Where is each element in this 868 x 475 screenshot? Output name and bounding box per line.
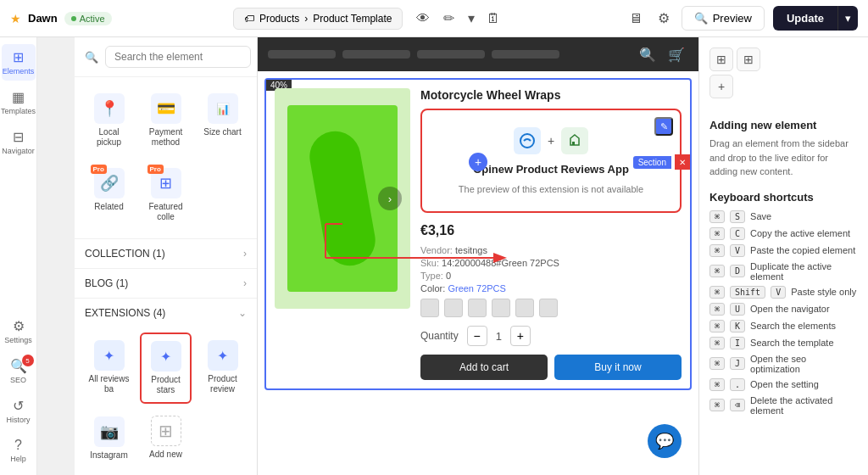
featured-colle-icon: Pro ⊞	[151, 168, 181, 198]
quantity-row: Quantity − 1 +	[420, 326, 682, 346]
swatch-4[interactable]	[492, 299, 510, 317]
blog-section: BLOG (1) ›	[75, 268, 257, 298]
main: ⊞ Elements ▦ Templates ⊟ Navigator ⚙ Set…	[0, 37, 868, 475]
search-small-icon: 🔍	[694, 12, 708, 25]
color-label: Color: Green 72PCS	[420, 283, 682, 293]
quantity-decrease-btn[interactable]: −	[467, 326, 487, 346]
panel-desc: Drag an element from the sidebar and dro…	[709, 137, 858, 179]
cta-buttons: Add to cart Buy it now	[420, 355, 682, 380]
extensions-header[interactable]: EXTENSIONS (4) ⌄	[75, 299, 257, 327]
ext-product-review[interactable]: ✦ Product review	[197, 332, 248, 404]
desktop-icon-btn[interactable]: 🖥	[626, 8, 646, 30]
dropdown-btn[interactable]: ▾	[465, 7, 478, 30]
tag-icon: 🏷	[244, 13, 254, 25]
panel-icon-1[interactable]: ⊞	[709, 48, 733, 71]
topbar-icons: 👁 ✏ ▾	[413, 7, 478, 30]
swatch-6[interactable]	[539, 299, 558, 317]
nav-help[interactable]: ? Help	[2, 433, 36, 468]
product-details: Motorcycle Wheel Wraps ✎ +	[420, 88, 682, 380]
topbar-right: 🖥 ⚙ 🔍 Preview Update ▾	[626, 6, 858, 31]
eye-icon-btn[interactable]: 👁	[413, 8, 433, 30]
extensions-section: EXTENSIONS (4) ⌄ ✦ All reviews ba ✦ Prod…	[75, 298, 257, 475]
seo-badge: 5	[22, 355, 34, 366]
carousel-next-btn[interactable]: ›	[378, 187, 402, 210]
canvas-header-icons: 🔍 🛒	[636, 43, 688, 66]
section-indicator: Section ✕	[633, 154, 690, 170]
shortcut-search-elements: ⌘ K Search the elements	[709, 320, 858, 332]
site-name: Dawn	[28, 12, 58, 25]
nav-pill-3[interactable]	[417, 50, 485, 59]
swatch-3[interactable]	[468, 299, 487, 317]
settings-sliders-icon-btn[interactable]: ⚙	[654, 7, 673, 30]
payment-method-icon: 💳	[151, 93, 181, 124]
search-input[interactable]	[105, 46, 251, 68]
nav-history[interactable]: ↺ History	[2, 393, 36, 429]
breadcrumb[interactable]: 🏷 Products › Product Template	[233, 8, 403, 30]
product-layout: › Motorcycle Wheel Wraps ✎ +	[275, 88, 682, 380]
element-featured-colle[interactable]: Pro ⊞ Featured colle	[140, 160, 192, 230]
product-title: Motorcycle Wheel Wraps	[420, 88, 682, 102]
preview-button[interactable]: 🔍 Preview	[682, 6, 765, 31]
color-swatches	[420, 299, 682, 317]
chat-bubble[interactable]: 💬	[648, 424, 682, 458]
active-dot	[71, 16, 76, 21]
canvas-cart-btn[interactable]: 🛒	[665, 43, 688, 66]
element-related[interactable]: Pro 🔗 Related	[83, 160, 135, 230]
add-new-extension[interactable]: ⊞ Add new	[140, 409, 192, 468]
extension-title: Opinew Product Reviews App	[473, 163, 629, 176]
extensions-chevron-icon: ⌄	[238, 307, 247, 319]
svg-point-0	[520, 134, 534, 148]
calendar-icon-btn[interactable]: 🗓	[483, 8, 504, 30]
element-size-chart[interactable]: 📊 Size chart	[197, 86, 248, 155]
opinew-icon	[514, 127, 541, 154]
shopify-icon	[561, 127, 588, 154]
chevron-right-icon: ›	[243, 248, 247, 260]
nav-settings[interactable]: ⚙ Settings	[2, 313, 36, 349]
shortcut-delete: ⌘ ⌫ Delete the activated element	[709, 395, 858, 416]
panel-icon-3[interactable]: +	[709, 75, 733, 98]
nav-templates[interactable]: ▦ Templates	[2, 84, 36, 120]
swatch-1[interactable]	[420, 299, 439, 317]
nav-pill-2[interactable]	[342, 50, 410, 59]
nav-pill-4[interactable]	[492, 50, 559, 59]
settings-icon: ⚙	[13, 318, 25, 334]
collection-header[interactable]: COLLECTION (1) ›	[75, 239, 257, 268]
element-payment-method[interactable]: 💳 Payment method	[140, 86, 192, 155]
nav-elements[interactable]: ⊞ Elements	[2, 44, 36, 81]
canvas-search-btn[interactable]: 🔍	[636, 43, 659, 66]
section-delete-icon[interactable]: ✕	[675, 154, 690, 170]
all-reviews-icon: ✦	[94, 340, 125, 371]
panel-icon-2[interactable]: ⊞	[737, 48, 760, 71]
ext-icons-row: +	[514, 127, 588, 154]
extension-edit-btn[interactable]: ✎	[654, 117, 673, 136]
ext-all-reviews[interactable]: ✦ All reviews ba	[83, 332, 135, 404]
add-new-icon: ⊞	[151, 416, 181, 446]
topbar: ★ Dawn Active 🏷 Products › Product Templ…	[0, 0, 868, 37]
ext-instagram[interactable]: 📷 Instagram	[83, 409, 135, 468]
product-review-icon: ✦	[208, 340, 238, 371]
star-icon: ★	[10, 12, 21, 25]
update-dropdown-btn[interactable]: ▾	[837, 6, 858, 31]
templates-icon: ▦	[12, 89, 25, 105]
blog-header[interactable]: BLOG (1) ›	[75, 269, 257, 298]
nav-pill-1[interactable]	[268, 50, 336, 59]
quantity-increase-btn[interactable]: +	[510, 326, 531, 346]
ext-product-stars[interactable]: ✦ Product stars	[140, 332, 192, 404]
buy-now-btn[interactable]: Buy it now	[554, 355, 682, 380]
shortcut-save: ⌘ S Save	[709, 210, 858, 223]
edit-icon-btn[interactable]: ✏	[440, 7, 458, 30]
swatch-2[interactable]	[444, 299, 463, 317]
shortcuts-list: ⌘ S Save ⌘ C Copy the active element ⌘ V…	[709, 210, 858, 420]
swatch-5[interactable]	[515, 299, 534, 317]
shortcut-navigator: ⌘ U Open the navigator	[709, 303, 858, 316]
element-local-pickup[interactable]: 📍 Local pickup	[83, 86, 135, 155]
nav-seo[interactable]: 🔍 SEO 5	[2, 353, 36, 389]
nav-navigator[interactable]: ⊟ Navigator	[2, 124, 36, 160]
product-stars-icon: ✦	[151, 341, 181, 372]
add-section-button[interactable]: +	[469, 153, 487, 171]
size-chart-icon: 📊	[208, 93, 238, 124]
add-to-cart-btn[interactable]: Add to cart	[420, 355, 548, 380]
canvas-area: 🔍 🛒 + Section ✕ 40%	[258, 37, 698, 475]
update-button[interactable]: Update	[773, 6, 837, 31]
blog-chevron-icon: ›	[243, 277, 247, 289]
